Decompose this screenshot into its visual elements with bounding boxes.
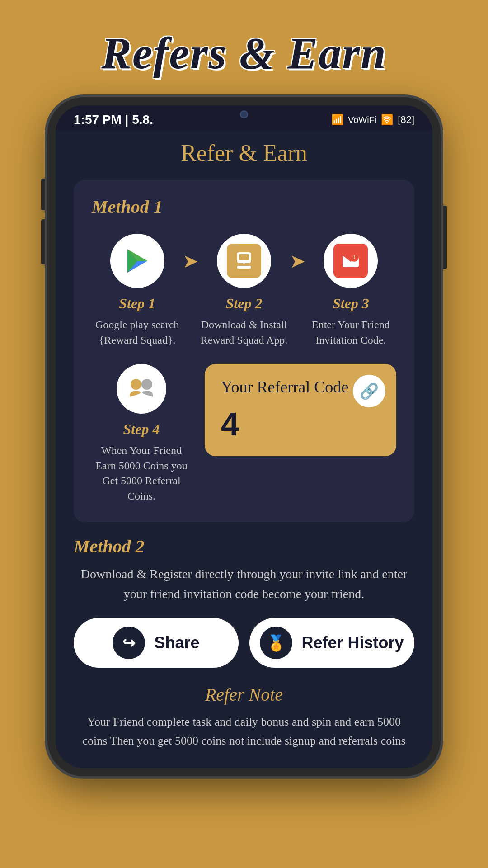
copy-link-icon: 🔗	[360, 382, 379, 400]
battery-level: 82	[400, 114, 411, 126]
svg-rect-8	[237, 266, 251, 269]
step4-item: Step 4 When Your Friend Earn 5000 Coins …	[92, 364, 191, 504]
invitation-icon: !	[333, 244, 368, 278]
step2-icon-circle	[217, 234, 271, 288]
page-main-title: Refers & Earn	[101, 27, 387, 79]
refer-history-icon-circle: 🏅	[260, 627, 292, 659]
step2-item: Step 2 Download & Install Reward Squad A…	[198, 234, 289, 348]
refer-history-button-label: Refer History	[301, 633, 404, 652]
method2-section: Method 2 Download & Register directly th…	[74, 536, 414, 605]
svg-point-13	[131, 379, 141, 390]
step1-desc: Google play search {Reward Squad}.	[92, 317, 183, 348]
method1-title: Method 1	[92, 196, 396, 217]
phone-status-bar: 1:57 PM | 5.8. 📶 VoWiFi 🛜 [82]	[56, 105, 432, 131]
phone-side-button-vol-down	[41, 219, 45, 264]
share-icon-circle: ↪	[113, 627, 145, 659]
refer-note-title: Refer Note	[74, 684, 414, 705]
page-background: Refers & Earn 1:57 PM | 5.8. 📶 VoWiFi 🛜 …	[0, 0, 488, 868]
step4-icon-circle	[117, 364, 166, 414]
google-play-icon	[124, 247, 151, 274]
refer-history-icon: 🏅	[267, 634, 286, 652]
referral-code-value: 4	[221, 406, 380, 443]
step1-icon-circle	[110, 234, 164, 288]
svg-point-14	[141, 379, 152, 390]
step2-desc: Download & Install Reward Squad App.	[198, 317, 289, 348]
steps-1-3-row: Step 1 Google play search {Reward Squad}…	[92, 234, 396, 348]
step4-referral-row: Step 4 When Your Friend Earn 5000 Coins …	[92, 364, 396, 504]
phone-camera	[240, 110, 248, 118]
phone-screen: Refer & Earn Method 1	[56, 131, 432, 768]
arrow2-icon: ➤	[290, 250, 305, 272]
phone-status-icons: 📶 VoWiFi 🛜 [82]	[331, 114, 414, 126]
signal-icon: 📶	[331, 114, 343, 126]
bottom-buttons-row: ↪ Share 🏅 Refer History	[74, 618, 414, 668]
referral-code-box: 🔗 Your Referral Code 4	[205, 364, 396, 456]
referral-copy-button[interactable]: 🔗	[353, 375, 385, 407]
wifi-icon: 🛜	[381, 114, 393, 126]
phone-mockup-container: 1:57 PM | 5.8. 📶 VoWiFi 🛜 [82] Refer & E…	[47, 97, 441, 776]
svg-rect-6	[239, 254, 249, 260]
share-button[interactable]: ↪ Share	[74, 618, 239, 668]
step4-desc: When Your Friend Earn 5000 Coins you Get…	[92, 443, 191, 504]
arrow1: ➤	[183, 234, 198, 272]
step3-desc: Enter Your Friend Invitation Code.	[305, 317, 396, 348]
wifi-label: VoWiFi	[348, 115, 376, 125]
arrow1-icon: ➤	[183, 250, 198, 272]
screen-title: Refer & Earn	[181, 140, 307, 166]
step4-label: Step 4	[123, 421, 160, 438]
download-svg	[235, 251, 253, 270]
invitation-svg: !	[341, 251, 361, 271]
arrow2: ➤	[290, 234, 305, 272]
phone-mockup: 1:57 PM | 5.8. 📶 VoWiFi 🛜 [82] Refer & E…	[47, 97, 441, 776]
share-button-label: Share	[154, 633, 199, 652]
phone-time: 1:57 PM | 5.8.	[74, 113, 153, 127]
step3-label: Step 3	[333, 295, 369, 312]
method2-desc: Download & Register directly through you…	[74, 564, 414, 605]
phone-side-button-vol-silent	[41, 179, 45, 210]
phone-notch	[199, 105, 289, 123]
step3-item: ! Step 3 Enter Your Friend Invitation Co…	[305, 234, 396, 348]
method1-card: Method 1	[74, 180, 414, 522]
refer-history-button[interactable]: 🏅 Refer History	[249, 618, 414, 668]
step1-label: Step 1	[119, 295, 155, 312]
phone-side-button-power	[443, 206, 447, 269]
step1-item: Step 1 Google play search {Reward Squad}…	[92, 234, 183, 348]
refer-note-section: Refer Note Your Friend complete task and…	[74, 684, 414, 750]
step2-label: Step 2	[226, 295, 263, 312]
step3-icon-circle: !	[324, 234, 378, 288]
download-icon	[227, 244, 261, 278]
friends-icon	[128, 375, 155, 402]
battery-icon: [82]	[398, 114, 414, 126]
method2-title: Method 2	[74, 536, 414, 557]
share-icon: ↪	[122, 634, 135, 652]
svg-text:!: !	[353, 254, 355, 260]
refer-note-text: Your Friend complete task and daily bonu…	[74, 712, 414, 750]
